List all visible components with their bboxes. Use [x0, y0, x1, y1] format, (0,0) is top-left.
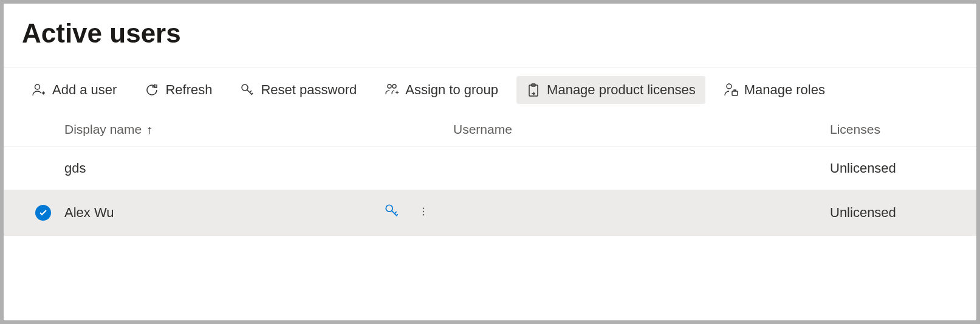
- licenses-cell: Unlicensed: [830, 160, 896, 176]
- svg-point-2: [388, 84, 391, 88]
- licenses-header-label: Licenses: [830, 122, 880, 136]
- display-name-cell: Alex Wu: [64, 205, 114, 221]
- svg-point-9: [423, 208, 424, 209]
- username-header-label: Username: [453, 122, 512, 136]
- more-vertical-icon: [418, 206, 429, 217]
- svg-point-6: [727, 84, 732, 89]
- sort-ascending-icon: ↑: [146, 123, 152, 137]
- display-name-header-label: Display name: [64, 122, 142, 137]
- col-licenses-header[interactable]: Licenses: [830, 122, 958, 137]
- key-icon: [240, 83, 255, 97]
- row-checkbox[interactable]: [35, 160, 51, 176]
- svg-point-3: [392, 84, 396, 88]
- person-briefcase-icon: [724, 83, 738, 97]
- page-title: Active users: [4, 4, 976, 67]
- col-display-name-header[interactable]: Display name ↑: [64, 122, 453, 137]
- users-table: Display name ↑ Username Licenses gds: [4, 112, 976, 236]
- row-checkbox[interactable]: [35, 205, 51, 221]
- manage-product-licenses-label: Manage product licenses: [547, 82, 696, 98]
- assign-to-group-button[interactable]: Assign to group: [375, 76, 508, 104]
- table-header: Display name ↑ Username Licenses: [4, 112, 976, 147]
- col-username-header[interactable]: Username: [453, 122, 830, 137]
- svg-point-11: [423, 214, 424, 215]
- row-actions: [384, 203, 429, 222]
- refresh-label: Refresh: [165, 82, 212, 98]
- licenses-cell: Unlicensed: [830, 205, 896, 220]
- display-name-cell: gds: [64, 160, 86, 176]
- key-icon: [384, 203, 400, 219]
- refresh-icon: [145, 83, 159, 97]
- clipboard-icon: [526, 83, 541, 97]
- table-row[interactable]: Alex Wu: [4, 190, 976, 236]
- svg-point-10: [423, 211, 424, 212]
- more-actions-button[interactable]: [418, 205, 429, 221]
- add-user-button[interactable]: Add a user: [22, 76, 126, 104]
- person-add-icon: [32, 83, 46, 97]
- reset-password-label: Reset password: [261, 82, 357, 98]
- add-user-label: Add a user: [52, 82, 117, 98]
- active-users-panel: Active users Add a user Refresh: [4, 4, 976, 320]
- reset-password-row-button[interactable]: [384, 203, 400, 222]
- assign-to-group-label: Assign to group: [405, 82, 498, 98]
- manage-product-licenses-button[interactable]: Manage product licenses: [516, 76, 705, 104]
- table-row[interactable]: gds Unlicensed: [4, 147, 976, 190]
- checkmark-icon: [38, 208, 48, 218]
- manage-roles-button[interactable]: Manage roles: [714, 76, 835, 104]
- svg-rect-7: [732, 91, 738, 95]
- reset-password-button[interactable]: Reset password: [230, 76, 366, 104]
- svg-point-0: [35, 84, 40, 89]
- group-add-icon: [385, 83, 399, 97]
- toolbar: Add a user Refresh Reset: [4, 67, 976, 112]
- refresh-button[interactable]: Refresh: [135, 76, 222, 104]
- manage-roles-label: Manage roles: [744, 82, 825, 98]
- svg-point-8: [386, 205, 392, 212]
